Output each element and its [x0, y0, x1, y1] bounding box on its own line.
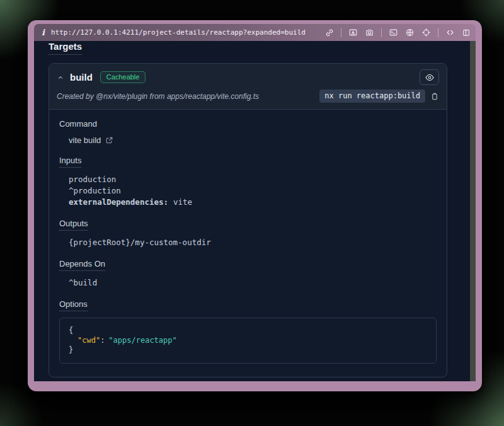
link-icon[interactable] [325, 28, 334, 37]
globe-icon[interactable] [405, 28, 415, 37]
toolbar-actions [325, 28, 471, 37]
eye-button[interactable] [420, 69, 439, 85]
chevron-up-icon[interactable] [57, 74, 64, 81]
code-icon[interactable] [445, 28, 455, 37]
code-line: } [69, 345, 427, 355]
command-heading: Command [59, 119, 437, 129]
command-value: vite build [69, 135, 101, 145]
depends-item: ^build [69, 277, 437, 289]
created-by-text: Created by @nx/vite/plugin from apps/rea… [57, 92, 259, 101]
camera-icon[interactable] [365, 28, 374, 37]
build-card-body: Command vite build Inputs production ^pr… [49, 110, 447, 377]
browser-toolbar: i http://127.0.0.1:4211/project-details/… [34, 24, 476, 41]
external-link-icon[interactable] [105, 136, 113, 144]
crosshair-icon[interactable] [421, 28, 431, 37]
input-item: externalDependencies:vite [69, 197, 437, 208]
command-section: Command vite build [59, 119, 437, 145]
input-item: ^production [69, 185, 437, 197]
input-item: production [69, 174, 437, 185]
target-card-build: build Cacheable Created by @nx/vite/plug… [49, 63, 447, 377]
url-display[interactable]: http://127.0.0.1:4211/project-details/re… [51, 28, 306, 37]
outputs-heading[interactable]: Outputs [59, 219, 88, 231]
code-line: "cwd":"apps/reactapp" [69, 336, 427, 346]
depends-on-heading[interactable]: Depends On [59, 259, 105, 271]
scrollbar[interactable] [470, 41, 476, 381]
toolbar-divider [341, 28, 341, 37]
terminal-icon[interactable] [389, 28, 398, 37]
options-heading[interactable]: Options [59, 299, 88, 311]
browser-window: i http://127.0.0.1:4211/project-details/… [28, 20, 482, 391]
cacheable-badge[interactable]: Cacheable [100, 71, 146, 84]
info-icon: i [42, 28, 45, 37]
toolbar-divider [381, 28, 382, 37]
inputs-section: Inputs production ^production externalDe… [59, 154, 437, 208]
outputs-section: Outputs {projectRoot}/my-custom-outdir [59, 217, 437, 248]
build-card-header: build Cacheable Created by @nx/vite/plug… [49, 64, 447, 110]
targets-heading: Targets [49, 41, 82, 55]
target-name: build [70, 72, 93, 83]
page-content: Targets build Cacheable Created by @nx/v… [34, 41, 476, 381]
copy-icon[interactable] [430, 92, 439, 101]
output-item: {projectRoot}/my-custom-outdir [69, 237, 437, 248]
toolbar-divider [438, 28, 438, 37]
options-code-block: { "cwd":"apps/reactapp" } [59, 318, 437, 364]
depends-on-section: Depends On ^build [59, 258, 437, 289]
run-command-chip: nx run reactapp:build [319, 89, 425, 103]
screenshot-import-icon[interactable] [348, 28, 358, 37]
options-section: Options { "cwd":"apps/reactapp" } [59, 298, 437, 364]
code-line: { [69, 326, 427, 336]
inputs-heading[interactable]: Inputs [59, 156, 81, 168]
split-view-icon[interactable] [462, 28, 471, 37]
